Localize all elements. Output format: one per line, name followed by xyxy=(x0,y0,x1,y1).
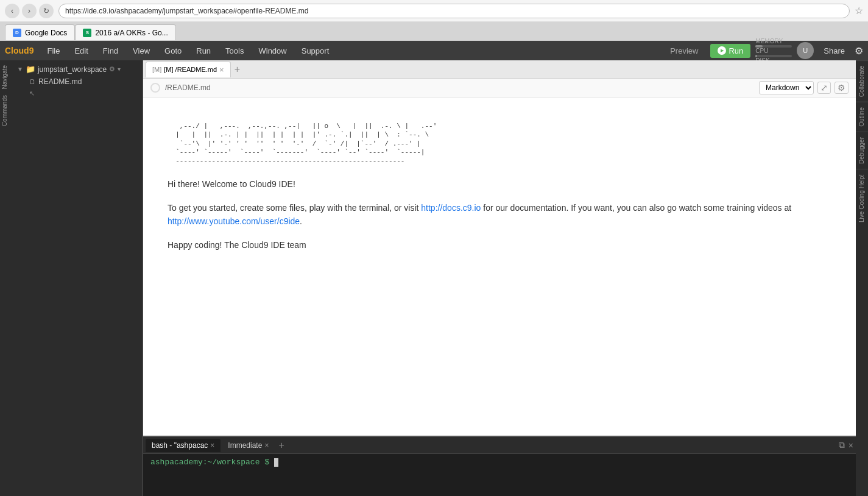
happy-coding-text: Happy coding! The Cloud9 IDE team xyxy=(168,240,306,250)
terminal-cursor xyxy=(274,458,278,467)
cursor-indicator: ↖ xyxy=(29,90,35,97)
url-text: https://ide.c9.io/ashpacademy/jumpstart_… xyxy=(65,7,309,15)
folder-icon: 📁 xyxy=(26,65,35,74)
run-icon xyxy=(718,46,726,55)
browser-toolbar: ‹ › ↻ https://ide.c9.io/ashpacademy/jump… xyxy=(0,0,868,22)
editor-tab-bar: [M] [M] /README.md × + xyxy=(143,60,856,79)
tab-google-docs-label: Google Docs xyxy=(25,29,67,37)
pathbar-right: Markdown ⤢ ⚙ xyxy=(759,81,849,94)
expand-arrow: ▼ xyxy=(17,66,23,73)
terminal-expand-button[interactable]: ⧉ xyxy=(839,440,845,450)
main-area: Navigate Commands ▼ 📁 jumpstart_workspac… xyxy=(0,60,868,496)
editor-tab-readme[interactable]: [M] [M] /README.md × xyxy=(146,62,231,77)
add-tab-button[interactable]: + xyxy=(232,64,242,75)
right-sidebar: Collaborate Outline Debugger Live Coding… xyxy=(856,60,868,496)
file-readme-label: README.md xyxy=(38,77,82,86)
editor-path: /README.md xyxy=(165,83,211,92)
editor-content: ,--./ | ,---. ,--.,--. ,--| || o \ | || … xyxy=(143,97,856,436)
paragraph-links: To get you started, create some files, p… xyxy=(168,201,831,229)
menu-goto[interactable]: Goto xyxy=(158,44,188,58)
terminal-tab-bash-label: bash - "ashpacac xyxy=(152,441,208,450)
youtube-link[interactable]: http://www.youtube.com/user/c9ide xyxy=(168,216,300,226)
menu-support[interactable]: Support xyxy=(295,44,336,58)
tab-okrs[interactable]: S 2016 a/A OKRs - Go... xyxy=(75,24,175,40)
browser-nav-buttons: ‹ › ↻ xyxy=(5,4,54,18)
terminal-area: bash - "ashpacac × Immediate × + ⧉ × ash… xyxy=(143,436,856,496)
add-terminal-button[interactable]: + xyxy=(276,440,286,451)
address-bar[interactable]: https://ide.c9.io/ashpacademy/jumpstart_… xyxy=(58,4,850,18)
markdown-selector[interactable]: Markdown xyxy=(759,81,814,94)
menu-view[interactable]: View xyxy=(127,44,156,58)
sidebar-outline[interactable]: Outline xyxy=(856,102,868,132)
favicon-sheets: S xyxy=(83,29,91,37)
docs-link[interactable]: http://docs.c9.io xyxy=(421,203,481,213)
workspace-gear-icon[interactable]: ⚙ xyxy=(109,65,115,73)
back-button[interactable]: ‹ xyxy=(5,4,19,18)
ascii-art: ,--./ | ,---. ,--.,--. ,--| || o \ | || … xyxy=(168,122,831,165)
expand-editor-button[interactable]: ⤢ xyxy=(817,82,831,94)
ide-container: Cloud9 File Edit Find View Goto Run Tool… xyxy=(0,41,868,496)
para-text-after: . xyxy=(300,216,302,226)
memory-label: MEMORY xyxy=(755,38,792,44)
terminal-content[interactable]: ashpacademy:~/workspace $ xyxy=(143,454,856,496)
cursor-row: ↖ xyxy=(12,88,143,99)
forward-button[interactable]: › xyxy=(22,4,37,18)
terminal-tab-bash-close[interactable]: × xyxy=(210,441,214,450)
editor-area: [M] [M] /README.md × + /README.md Markdo… xyxy=(143,60,856,496)
browser-chrome: ‹ › ↻ https://ide.c9.io/ashpacademy/jump… xyxy=(0,0,868,41)
menu-find[interactable]: Find xyxy=(97,44,124,58)
settings-button[interactable]: ⚙ xyxy=(855,45,863,57)
file-icon: 🗋 xyxy=(29,78,36,85)
pathbar-spinner xyxy=(150,83,160,93)
paragraph-welcome: Hi there! Welcome to Cloud9 IDE! xyxy=(168,177,831,191)
bookmark-button[interactable]: ☆ xyxy=(855,5,863,16)
app-logo: Cloud9 xyxy=(5,46,34,55)
terminal-tab-immediate[interactable]: Immediate × xyxy=(222,439,275,452)
menu-run[interactable]: Run xyxy=(190,44,217,58)
menu-file[interactable]: File xyxy=(41,44,66,58)
menu-window[interactable]: Window xyxy=(252,44,292,58)
share-button[interactable]: Share xyxy=(819,44,850,58)
editor-settings-button[interactable]: ⚙ xyxy=(834,82,849,94)
file-tree: ▼ 📁 jumpstart_workspace ⚙ ▾ 🗋 README.md … xyxy=(12,60,143,496)
workspace-name: jumpstart_workspace xyxy=(38,65,107,74)
sidebar-debugger[interactable]: Debugger xyxy=(856,132,868,169)
terminal-tab-immediate-close[interactable]: × xyxy=(264,441,269,450)
cpu-label: CPU xyxy=(755,48,792,54)
pathbar-left: /README.md xyxy=(150,83,211,93)
terminal-close-button[interactable]: × xyxy=(849,441,853,450)
paragraph-happy: Happy coding! The Cloud9 IDE team xyxy=(168,238,831,252)
terminal-tab-bash[interactable]: bash - "ashpacac × xyxy=(146,439,221,452)
terminal-tab-bar: bash - "ashpacac × Immediate × + ⧉ × xyxy=(143,437,856,454)
sidebar-collaborate[interactable]: Collaborate xyxy=(856,60,868,102)
editor-pathbar: /README.md Markdown ⤢ ⚙ xyxy=(143,79,856,97)
terminal-prompt-symbol: $ xyxy=(264,458,274,467)
file-readme[interactable]: 🗋 README.md xyxy=(12,76,143,88)
editor-tab-close[interactable]: × xyxy=(219,65,224,74)
welcome-text: Hi there! Welcome to Cloud9 IDE! xyxy=(168,179,295,189)
para-text-before: To get you started, create some files, p… xyxy=(168,203,421,213)
reload-button[interactable]: ↻ xyxy=(39,4,54,18)
editor-tab-readme-label: [M] /README.md xyxy=(164,66,217,73)
workspace-arrow-btn[interactable]: ▾ xyxy=(118,66,121,73)
favicon-docs: D xyxy=(13,29,21,37)
tab-modified-icon: [M] xyxy=(152,66,161,73)
sidebar-live-coding[interactable]: Live Coding Help! xyxy=(856,169,868,227)
sidebar-item-commands[interactable]: Commands xyxy=(0,93,12,129)
para-text-middle: for our documentation. If you want, you … xyxy=(481,203,791,213)
preview-button[interactable]: Preview xyxy=(663,44,705,58)
left-sidebar-icons: Navigate Commands xyxy=(0,60,12,496)
run-label: Run xyxy=(729,46,743,55)
menu-edit[interactable]: Edit xyxy=(68,44,94,58)
run-button[interactable]: Run xyxy=(710,44,750,58)
sidebar-item-navigate[interactable]: Navigate xyxy=(0,63,12,91)
terminal-prompt-text: ashpacademy:~/workspace xyxy=(150,458,259,467)
terminal-tab-immediate-label: Immediate xyxy=(228,441,262,450)
tab-google-docs[interactable]: D Google Docs xyxy=(5,24,75,40)
terminal-tab-right: ⧉ × xyxy=(839,440,853,450)
tab-okrs-label: 2016 a/A OKRs - Go... xyxy=(95,29,168,37)
menu-tools[interactable]: Tools xyxy=(219,44,250,58)
menubar: Cloud9 File Edit Find View Goto Run Tool… xyxy=(0,41,868,60)
workspace-root[interactable]: ▼ 📁 jumpstart_workspace ⚙ ▾ xyxy=(12,63,143,76)
user-avatar[interactable]: U xyxy=(797,42,814,59)
